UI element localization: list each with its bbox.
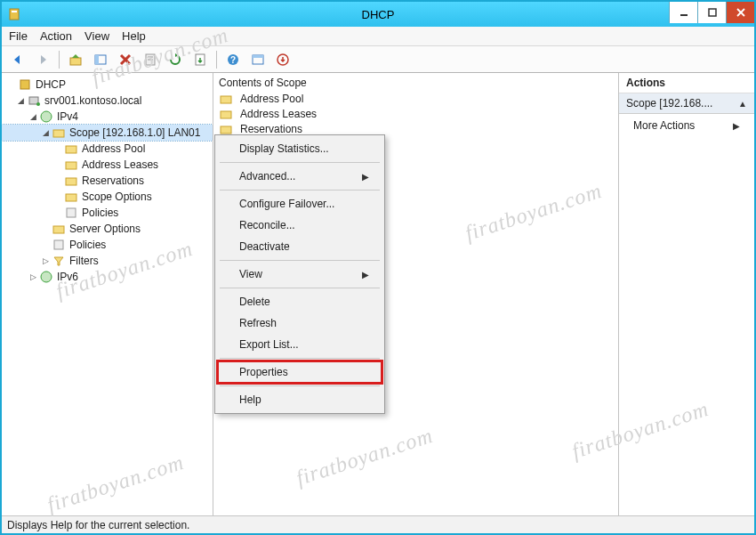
titlebar: DHCP bbox=[2, 2, 754, 27]
menu-help[interactable]: Help bbox=[122, 29, 146, 43]
tree-server-options-label: Server Options bbox=[69, 223, 141, 235]
contents-item-address-leases[interactable]: Address Leases bbox=[219, 106, 613, 121]
svg-rect-31 bbox=[54, 240, 63, 249]
tree-address-leases[interactable]: Address Leases bbox=[2, 157, 213, 173]
action-button[interactable] bbox=[272, 49, 294, 70]
minimize-button[interactable] bbox=[669, 2, 697, 23]
tree-reservations[interactable]: Reservations bbox=[2, 173, 213, 189]
tree-ipv6[interactable]: ▷ IPv6 bbox=[2, 269, 213, 285]
app-icon bbox=[7, 7, 21, 21]
window-controls bbox=[669, 2, 754, 23]
tree-server-options[interactable]: Server Options bbox=[2, 221, 213, 237]
tree-root[interactable]: DHCP bbox=[2, 77, 213, 93]
submenu-icon: ▶ bbox=[362, 172, 369, 182]
svg-rect-0 bbox=[10, 9, 19, 20]
tree-address-leases-label: Address Leases bbox=[82, 158, 158, 171]
tree-ipv4-policies[interactable]: Policies bbox=[2, 237, 213, 253]
expander-icon[interactable]: ◢ bbox=[14, 96, 27, 105]
ctx-view[interactable]: View▶ bbox=[218, 263, 382, 285]
tree-server[interactable]: ◢ srv001.kontoso.local bbox=[2, 93, 213, 109]
window-title: DHCP bbox=[362, 8, 395, 21]
tree-address-pool[interactable]: Address Pool bbox=[2, 141, 213, 157]
expander-icon[interactable]: ◢ bbox=[39, 128, 52, 137]
server-options-icon bbox=[52, 222, 66, 236]
menu-file[interactable]: File bbox=[9, 29, 28, 43]
actions-pane: Actions Scope [192.168.... ▲ More Action… bbox=[619, 73, 754, 515]
scope-options-icon bbox=[64, 190, 78, 204]
menu-view[interactable]: View bbox=[84, 29, 109, 43]
tree-filters[interactable]: ▷ Filters bbox=[2, 253, 213, 269]
ctx-refresh[interactable]: Refresh bbox=[218, 312, 382, 334]
back-button[interactable] bbox=[7, 49, 28, 70]
svg-rect-1 bbox=[12, 11, 17, 12]
svg-rect-29 bbox=[67, 208, 76, 217]
svg-point-32 bbox=[41, 272, 52, 282]
filters-icon bbox=[52, 254, 66, 268]
tree-ipv4-label: IPv4 bbox=[57, 110, 78, 123]
delete-button[interactable] bbox=[115, 49, 136, 70]
expander-icon[interactable]: ▷ bbox=[27, 272, 39, 281]
help-button[interactable]: ? bbox=[222, 49, 244, 70]
statusbar-text: Displays Help for the current selection. bbox=[7, 519, 189, 531]
close-button[interactable] bbox=[726, 2, 754, 23]
ctx-display-statistics[interactable]: Display Statistics... bbox=[218, 138, 382, 159]
svg-point-23 bbox=[41, 111, 52, 122]
contents-item-address-pool[interactable]: Address Pool bbox=[219, 91, 613, 106]
contents-header: Contents of Scope bbox=[219, 77, 613, 91]
address-pool-icon bbox=[64, 142, 78, 156]
tree-scope-policies-label: Policies bbox=[82, 207, 118, 219]
ctx-delete[interactable]: Delete bbox=[218, 291, 382, 312]
svg-rect-28 bbox=[66, 194, 76, 201]
tree-reservations-label: Reservations bbox=[82, 174, 144, 187]
menu-action[interactable]: Action bbox=[40, 29, 72, 43]
submenu-icon: ▶ bbox=[733, 121, 740, 131]
tree-root-label: DHCP bbox=[36, 78, 66, 91]
new-window-button[interactable] bbox=[247, 49, 269, 70]
policies-icon bbox=[64, 206, 78, 220]
actions-scope-header[interactable]: Scope [192.168.... ▲ bbox=[619, 93, 754, 114]
ctx-help[interactable]: Help bbox=[218, 389, 382, 410]
tree-scope-options-label: Scope Options bbox=[82, 190, 152, 203]
properties-button[interactable] bbox=[140, 49, 161, 70]
contents-item-label: Reservations bbox=[240, 123, 302, 135]
collapse-icon: ▲ bbox=[738, 99, 747, 109]
folder-icon bbox=[219, 92, 233, 106]
tree-scope-options[interactable]: Scope Options bbox=[2, 189, 213, 205]
actions-more-actions[interactable]: More Actions ▶ bbox=[619, 114, 754, 137]
ctx-configure-failover[interactable]: Configure Failover... bbox=[218, 193, 382, 215]
svg-text:?: ? bbox=[230, 55, 236, 65]
svg-rect-27 bbox=[66, 178, 76, 185]
svg-rect-6 bbox=[70, 58, 81, 65]
ctx-advanced[interactable]: Advanced...▶ bbox=[218, 166, 382, 187]
svg-rect-8 bbox=[95, 55, 99, 64]
context-menu: Display Statistics... Advanced...▶ Confi… bbox=[214, 134, 385, 414]
svg-rect-18 bbox=[253, 55, 263, 58]
forward-button[interactable] bbox=[32, 49, 53, 70]
maximize-button[interactable] bbox=[697, 2, 726, 23]
address-leases-icon bbox=[64, 158, 78, 172]
tree-ipv4-policies-label: Policies bbox=[69, 239, 106, 251]
tree-address-pool-label: Address Pool bbox=[82, 142, 145, 155]
folder-icon bbox=[219, 107, 233, 121]
export-list-button[interactable] bbox=[189, 49, 211, 70]
expander-icon[interactable]: ▷ bbox=[39, 256, 52, 265]
contents-item-label: Address Pool bbox=[240, 93, 303, 105]
tree-scope-policies[interactable]: Policies bbox=[2, 205, 213, 221]
svg-rect-30 bbox=[53, 226, 64, 233]
tree-pane[interactable]: DHCP ◢ srv001.kontoso.local ◢ IPv4 ◢ Sco… bbox=[2, 73, 213, 515]
statusbar: Displays Help for the current selection. bbox=[2, 515, 754, 533]
svg-rect-25 bbox=[66, 146, 76, 153]
up-button[interactable] bbox=[65, 49, 86, 70]
ipv6-icon bbox=[39, 270, 53, 284]
submenu-icon: ▶ bbox=[362, 270, 369, 280]
tree-ipv4[interactable]: ◢ IPv4 bbox=[2, 109, 213, 125]
svg-rect-3 bbox=[709, 9, 716, 16]
refresh-button[interactable] bbox=[165, 49, 186, 70]
ctx-deactivate[interactable]: Deactivate bbox=[218, 236, 382, 257]
ctx-export-list[interactable]: Export List... bbox=[218, 334, 382, 355]
ctx-properties[interactable]: Properties bbox=[218, 361, 382, 383]
ctx-reconcile[interactable]: Reconcile... bbox=[218, 215, 382, 236]
expander-icon[interactable]: ◢ bbox=[27, 112, 39, 121]
tree-scope[interactable]: ◢ Scope [192.168.1.0] LAN01 bbox=[2, 125, 213, 141]
show-hide-console-tree-button[interactable] bbox=[90, 49, 111, 70]
